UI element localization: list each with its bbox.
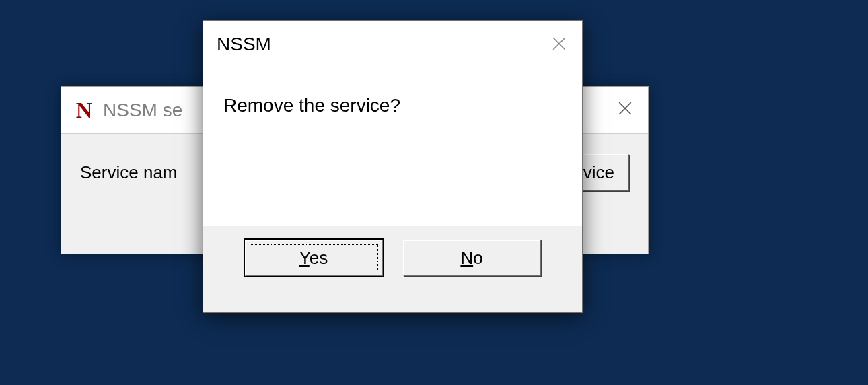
close-icon xyxy=(618,102,632,115)
service-name-label: Service nam xyxy=(80,162,178,183)
dialog-title: NSSM xyxy=(217,34,271,55)
background-close-button[interactable] xyxy=(609,95,641,122)
nssm-app-icon: N xyxy=(72,98,96,123)
dialog-titlebar: NSSM xyxy=(203,21,582,68)
confirm-dialog: NSSM Remove the service? Yes No xyxy=(203,20,583,313)
no-button-label-rest: o xyxy=(473,248,482,268)
dialog-button-row: Yes No xyxy=(203,226,582,289)
background-window-title: NSSM se xyxy=(103,100,182,121)
no-button[interactable]: No xyxy=(403,240,541,276)
yes-button-label-rest: es xyxy=(310,248,328,268)
close-icon xyxy=(552,37,566,50)
dialog-message: Remove the service? xyxy=(223,95,562,116)
dialog-body: Remove the service? xyxy=(203,68,582,226)
yes-button-accelerator: Y xyxy=(299,248,310,268)
nssm-icon-letter: N xyxy=(76,98,93,123)
no-button-accelerator: N xyxy=(460,248,473,268)
yes-button[interactable]: Yes xyxy=(245,240,383,276)
dialog-close-button[interactable] xyxy=(543,30,575,57)
